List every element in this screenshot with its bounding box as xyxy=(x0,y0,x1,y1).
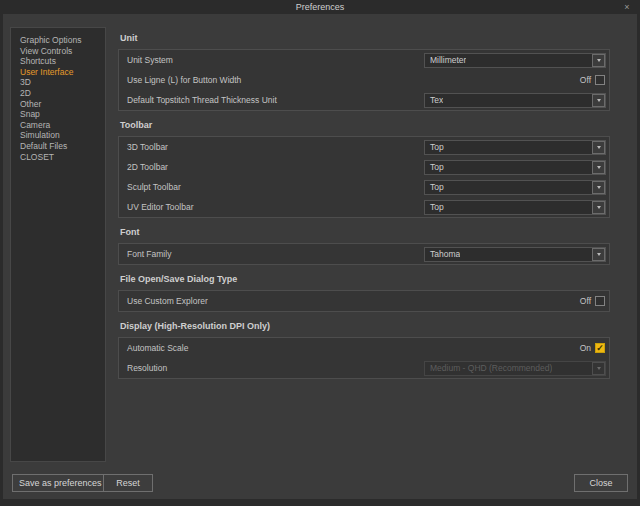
pref-row: Unit SystemMillimeter xyxy=(119,50,609,70)
dropdown-value: Tex xyxy=(425,95,443,105)
dropdown-value: Top xyxy=(425,182,444,192)
pref-row: Sculpt ToolbarTop xyxy=(119,177,609,197)
pref-label: Font Family xyxy=(127,249,424,259)
dropdown-value: Medium - QHD (Recommended) xyxy=(425,363,552,373)
chevron-down-icon[interactable] xyxy=(592,54,605,67)
dropdown-value: Tahoma xyxy=(425,249,460,259)
close-icon[interactable]: × xyxy=(621,1,633,13)
reset-button[interactable]: Reset xyxy=(103,474,153,492)
sidebar-item-camera[interactable]: Camera xyxy=(11,120,105,131)
use-custom-explorer-checkbox[interactable] xyxy=(595,296,605,306)
section-file-open-save-dialog-type: File Open/Save Dialog TypeUse Custom Exp… xyxy=(118,274,610,312)
dropdown-value: Top xyxy=(425,202,444,212)
chevron-down-icon[interactable] xyxy=(592,161,605,174)
section-toolbar: Toolbar3D ToolbarTop2D ToolbarTopSculpt … xyxy=(118,120,610,218)
sidebar-item-shortcuts[interactable]: Shortcuts xyxy=(11,56,105,67)
preferences-window: Preferences × Graphic OptionsView Contro… xyxy=(0,0,640,506)
section-title: Toolbar xyxy=(120,120,608,130)
pref-row: Default Topstitch Thread Thickness UnitT… xyxy=(119,90,609,110)
pref-label: UV Editor Toolbar xyxy=(127,202,424,212)
sidebar-item-graphic-options[interactable]: Graphic Options xyxy=(11,35,105,46)
3d-toolbar-dropdown[interactable]: Top xyxy=(424,140,606,155)
unit-system-dropdown[interactable]: Millimeter xyxy=(424,53,606,68)
section-title: Font xyxy=(120,227,608,237)
section-unit: UnitUnit SystemMillimeterUse Ligne (L) f… xyxy=(118,33,610,111)
group-box: Font FamilyTahoma xyxy=(118,243,610,265)
pref-label: Default Topstitch Thread Thickness Unit xyxy=(127,95,424,105)
dropdown-value: Top xyxy=(425,162,444,172)
dialog-body: Graphic OptionsView ControlsShortcutsUse… xyxy=(3,14,637,499)
sidebar-item-other[interactable]: Other xyxy=(11,99,105,110)
sidebar-item-3d[interactable]: 3D xyxy=(11,77,105,88)
section-display-high-resolution-dpi-only: Display (High-Resolution DPI Only)Automa… xyxy=(118,321,610,379)
2d-toolbar-dropdown[interactable]: Top xyxy=(424,160,606,175)
sidebar-item-default-files[interactable]: Default Files xyxy=(11,141,105,152)
sidebar-item-snap[interactable]: Snap xyxy=(11,109,105,120)
uv-editor-toolbar-dropdown[interactable]: Top xyxy=(424,200,606,215)
pref-label: Resolution xyxy=(127,363,424,373)
group-box: Use Custom ExplorerOff xyxy=(118,290,610,312)
sidebar-item-closet[interactable]: CLOSET xyxy=(11,152,105,163)
font-family-dropdown[interactable]: Tahoma xyxy=(424,247,606,262)
sidebar-item-2d[interactable]: 2D xyxy=(11,88,105,99)
dropdown-value: Millimeter xyxy=(425,55,466,65)
chevron-down-icon[interactable] xyxy=(592,248,605,261)
group-box: Unit SystemMillimeterUse Ligne (L) for B… xyxy=(118,49,610,111)
chevron-down-icon[interactable] xyxy=(592,94,605,107)
dropdown-value: Top xyxy=(425,142,444,152)
pref-label: 2D Toolbar xyxy=(127,162,424,172)
checkbox-state-label: On xyxy=(580,343,591,353)
pref-row: ResolutionMedium - QHD (Recommended) xyxy=(119,358,609,378)
checkbox-state-label: Off xyxy=(580,75,591,85)
chevron-down-icon xyxy=(592,362,605,375)
chevron-down-icon[interactable] xyxy=(592,201,605,214)
chevron-down-icon[interactable] xyxy=(592,181,605,194)
checkbox-state-label: Off xyxy=(580,296,591,306)
titlebar: Preferences × xyxy=(0,0,640,14)
pref-row: Use Custom ExplorerOff xyxy=(119,291,609,311)
pref-label: Unit System xyxy=(127,55,424,65)
pref-row: Font FamilyTahoma xyxy=(119,244,609,264)
pref-row: Automatic ScaleOn✓ xyxy=(119,338,609,358)
pref-row: 2D ToolbarTop xyxy=(119,157,609,177)
preferences-content: UnitUnit SystemMillimeterUse Ligne (L) f… xyxy=(118,27,610,379)
pref-label: 3D Toolbar xyxy=(127,142,424,152)
group-box: Automatic ScaleOn✓ResolutionMedium - QHD… xyxy=(118,337,610,379)
close-button[interactable]: Close xyxy=(574,474,628,492)
sidebar-item-simulation[interactable]: Simulation xyxy=(11,130,105,141)
section-title: File Open/Save Dialog Type xyxy=(120,274,608,284)
section-title: Unit xyxy=(120,33,608,43)
automatic-scale-checkbox[interactable]: ✓ xyxy=(595,343,605,353)
window-title: Preferences xyxy=(296,2,345,12)
pref-row: 3D ToolbarTop xyxy=(119,137,609,157)
sidebar-item-view-controls[interactable]: View Controls xyxy=(11,46,105,57)
sidebar-item-user-interface[interactable]: User Interface xyxy=(11,67,105,78)
resolution-dropdown: Medium - QHD (Recommended) xyxy=(424,361,606,376)
chevron-down-icon[interactable] xyxy=(592,141,605,154)
sidebar: Graphic OptionsView ControlsShortcutsUse… xyxy=(10,27,106,462)
pref-row: UV Editor ToolbarTop xyxy=(119,197,609,217)
default-topstitch-thread-thickness-unit-dropdown[interactable]: Tex xyxy=(424,93,606,108)
pref-label: Use Custom Explorer xyxy=(127,296,580,306)
sculpt-toolbar-dropdown[interactable]: Top xyxy=(424,180,606,195)
save-as-preferences-button[interactable]: Save as preferences xyxy=(12,474,109,492)
section-font: FontFont FamilyTahoma xyxy=(118,227,610,265)
use-ligne-l-for-button-width-checkbox[interactable] xyxy=(595,75,605,85)
pref-row: Use Ligne (L) for Button WidthOff xyxy=(119,70,609,90)
pref-label: Use Ligne (L) for Button Width xyxy=(127,75,580,85)
section-title: Display (High-Resolution DPI Only) xyxy=(120,321,608,331)
pref-label: Automatic Scale xyxy=(127,343,580,353)
pref-label: Sculpt Toolbar xyxy=(127,182,424,192)
group-box: 3D ToolbarTop2D ToolbarTopSculpt Toolbar… xyxy=(118,136,610,218)
